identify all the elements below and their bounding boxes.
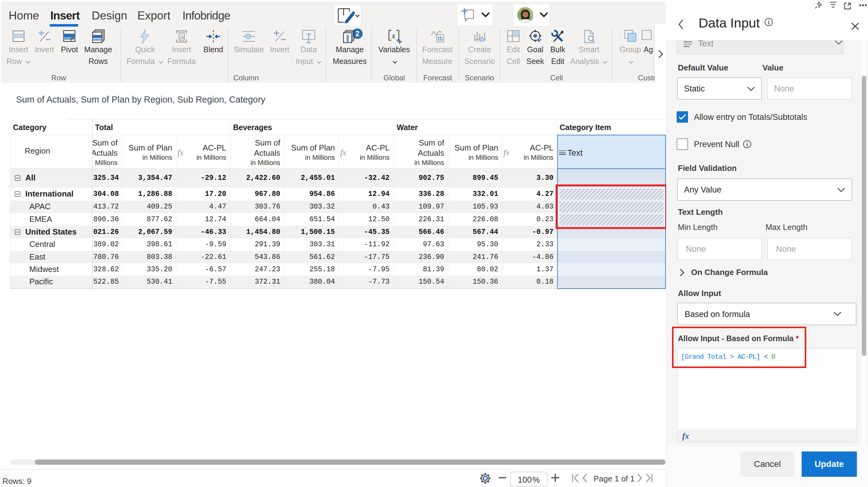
svg-text:x: x [392,31,395,40]
